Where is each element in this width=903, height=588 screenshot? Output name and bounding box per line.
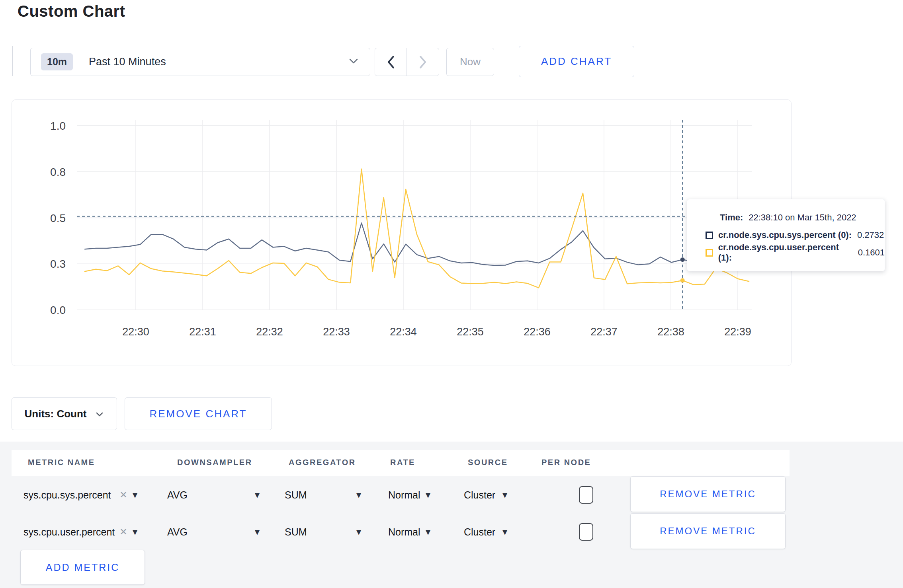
custom-chart-page: Custom Chart 10m Past 10 Minutes Now ADD…	[0, 0, 903, 588]
user-series-line	[85, 169, 749, 288]
rate-caret-icon[interactable]: ▾	[426, 489, 430, 500]
per-node-checkbox[interactable]	[579, 523, 593, 541]
source-value[interactable]: Cluster	[464, 489, 495, 500]
aggregator-value[interactable]: SUM	[285, 489, 307, 500]
aggregator-caret-icon[interactable]: ▾	[356, 526, 361, 537]
downsampler-caret-icon[interactable]: ▾	[255, 489, 260, 500]
x-axis-tick-label: 22:30	[122, 326, 149, 338]
chevron-down-icon	[95, 408, 104, 420]
x-axis-tick-label: 22:39	[724, 326, 751, 338]
metric-name-caret-icon[interactable]: ▾	[133, 489, 137, 500]
x-axis-tick-label: 22:31	[189, 326, 216, 338]
x-axis-tick-label: 22:37	[590, 326, 618, 338]
user-series-hover-dot	[680, 278, 685, 282]
tooltip-time-label: Time:	[720, 212, 743, 223]
remove-tag-icon[interactable]: ✕	[119, 526, 127, 537]
now-button[interactable]: Now	[446, 48, 494, 76]
aggregator-caret-icon[interactable]: ▾	[356, 489, 361, 500]
add-chart-button[interactable]: ADD CHART	[519, 46, 634, 77]
toolbar-divider	[12, 46, 13, 76]
downsampler-caret-icon[interactable]: ▾	[255, 526, 260, 537]
tooltip-sys-metric-label: cr.node.sys.cpu.sys.percent (0):	[718, 230, 852, 240]
units-label: Units: Count	[25, 408, 87, 420]
x-axis-tick-label: 22:35	[457, 326, 484, 338]
units-dropdown[interactable]: Units: Count	[12, 397, 117, 430]
header-metric-name: METRIC NAME	[28, 458, 95, 467]
y-axis-tick-label: 0.8	[50, 166, 66, 178]
metric-row-sys-cpu-user-percent: sys.cpu.user.percent ✕ ▾ AVG ▾ SUM ▾ Nor…	[12, 513, 790, 550]
y-axis-tick-label: 0.3	[50, 258, 66, 270]
prev-time-button[interactable]	[375, 48, 407, 76]
x-axis-tick-label: 22:36	[524, 326, 551, 338]
chart-tooltip: Time: 22:38:10 on Mar 15th, 2022 cr.node…	[687, 199, 885, 271]
y-axis-tick-label: 0.0	[50, 304, 66, 316]
tooltip-sys-metric-value: 0.2732	[857, 230, 884, 240]
aggregator-value[interactable]: SUM	[285, 526, 307, 537]
x-axis-tick-label: 22:33	[323, 326, 350, 338]
y-axis-tick-label: 0.5	[50, 212, 66, 224]
y-axis-tick-label: 1.0	[50, 120, 66, 132]
metrics-table-header: METRIC NAME DOWNSAMPLER AGGREGATOR RATE …	[12, 450, 790, 476]
x-axis-tick-label: 22:34	[390, 326, 417, 338]
source-value[interactable]: Cluster	[464, 526, 495, 537]
time-range-dropdown[interactable]: 10m Past 10 Minutes	[30, 48, 370, 76]
timeseries-chart[interactable]: 1.00.80.50.30.022:3022:3122:3222:3322:34…	[12, 100, 791, 366]
rate-value[interactable]: Normal	[388, 526, 420, 537]
time-pager	[375, 48, 439, 76]
sys-series-hover-dot	[680, 257, 685, 262]
metric-name-value[interactable]: sys.cpu.sys.percent	[23, 489, 111, 500]
tooltip-user-metric-value: 0.1601	[858, 247, 885, 258]
remove-metric-button[interactable]: REMOVE METRIC	[630, 476, 786, 512]
tooltip-user-metric-label: cr.node.sys.cpu.user.percent (1):	[718, 242, 852, 263]
rate-caret-icon[interactable]: ▾	[426, 526, 430, 537]
sys-series-swatch-icon	[706, 232, 713, 239]
x-axis-tick-label: 22:38	[657, 326, 684, 338]
x-axis-tick-label: 22:32	[256, 326, 283, 338]
chart-card: 1.00.80.50.30.022:3022:3122:3222:3322:34…	[12, 99, 792, 366]
next-time-button[interactable]	[407, 48, 439, 76]
sys-series-line	[85, 223, 749, 266]
metric-name-value[interactable]: sys.cpu.user.percent	[23, 526, 115, 537]
downsampler-value[interactable]: AVG	[167, 489, 188, 500]
metric-name-caret-icon[interactable]: ▾	[133, 526, 137, 537]
per-node-checkbox[interactable]	[579, 486, 593, 504]
time-range-label: Past 10 Minutes	[89, 56, 166, 68]
remove-chart-button[interactable]: REMOVE CHART	[125, 397, 272, 430]
remove-metric-button[interactable]: REMOVE METRIC	[630, 513, 786, 549]
time-range-badge: 10m	[41, 53, 73, 70]
tooltip-time-value: 22:38:10 on Mar 15th, 2022	[749, 212, 856, 223]
user-series-swatch-icon	[706, 249, 713, 257]
add-metric-button[interactable]: ADD METRIC	[20, 550, 145, 585]
source-caret-icon[interactable]: ▾	[502, 489, 507, 500]
metric-row-sys-cpu-sys-percent: sys.cpu.sys.percent ✕ ▾ AVG ▾ SUM ▾ Norm…	[12, 476, 790, 513]
source-caret-icon[interactable]: ▾	[502, 526, 507, 537]
header-rate: RATE	[390, 458, 415, 467]
page-title: Custom Chart	[18, 2, 125, 20]
header-aggregator: AGGREGATOR	[289, 458, 356, 467]
remove-tag-icon[interactable]: ✕	[119, 489, 127, 500]
header-source: SOURCE	[468, 458, 508, 467]
header-per-node: PER NODE	[541, 458, 591, 467]
header-downsampler: DOWNSAMPLER	[177, 458, 252, 467]
rate-value[interactable]: Normal	[388, 489, 420, 500]
downsampler-value[interactable]: AVG	[167, 526, 188, 537]
chevron-down-icon	[348, 57, 360, 67]
